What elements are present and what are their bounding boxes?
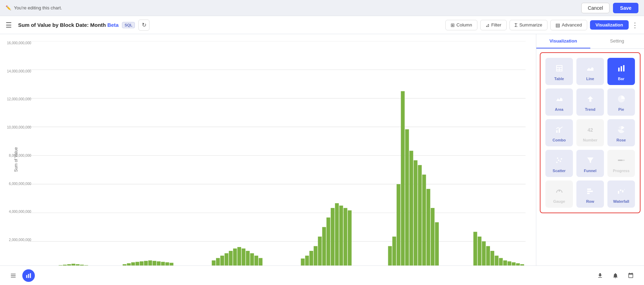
viz-item-number: 42 Number — [576, 119, 604, 146]
bar-icon — [615, 62, 628, 75]
svg-rect-66 — [427, 189, 430, 270]
advanced-button[interactable]: ▤ Advanced — [550, 20, 587, 30]
gauge-icon — [553, 185, 566, 197]
viz-item-scatter[interactable]: Scatter — [545, 150, 573, 177]
svg-rect-62 — [409, 151, 413, 270]
pie-label: Pie — [618, 107, 624, 111]
svg-rect-101 — [11, 274, 16, 274]
viz-item-combo[interactable]: Combo — [545, 119, 573, 146]
svg-rect-103 — [11, 277, 16, 277]
row-label: Row — [586, 199, 594, 203]
notification-button[interactable] — [609, 269, 622, 282]
more-options-button[interactable]: ⋮ — [631, 21, 638, 29]
bottom-right-actions — [594, 269, 637, 282]
viz-item-line[interactable]: Line — [576, 58, 604, 85]
tab-setting[interactable]: Setting — [590, 34, 644, 48]
column-button[interactable]: ⊞ Column — [445, 20, 477, 30]
viz-item-trend[interactable]: Trend — [576, 88, 604, 116]
gauge-label: Gauge — [553, 199, 565, 203]
funnel-icon — [584, 154, 597, 167]
y-tick: 8,000,000,000 — [7, 154, 34, 157]
bar-chart-svg — [28, 41, 526, 270]
svg-rect-102 — [11, 275, 16, 276]
cancel-button[interactable]: Cancel — [581, 3, 610, 13]
y-tick: 4,000,000,000 — [7, 210, 34, 214]
advanced-label: Advanced — [562, 22, 582, 28]
svg-rect-84 — [556, 130, 558, 133]
summarize-label: Summarize — [519, 22, 542, 28]
svg-rect-82 — [621, 66, 622, 71]
svg-rect-69 — [473, 232, 477, 270]
main-content: Sum of Value 16,000,000,000 14,000,000,0… — [0, 34, 644, 285]
table-label: Table — [554, 77, 564, 81]
chart-area: Sum of Value 16,000,000,000 14,000,000,0… — [0, 34, 536, 285]
column-label: Column — [457, 22, 472, 28]
tab-visualization[interactable]: Visualization — [536, 34, 590, 48]
advanced-icon: ▤ — [555, 22, 560, 28]
editing-notice: ✏️ You're editing this chart. — [6, 5, 62, 10]
save-button[interactable]: Save — [613, 3, 638, 13]
svg-rect-105 — [28, 274, 29, 278]
svg-rect-94 — [587, 188, 591, 190]
viz-item-bar[interactable]: Bar — [607, 58, 635, 85]
svg-rect-81 — [618, 68, 620, 71]
toolbar-left: ☰ Sum of Value by Block Date: Month Beta… — [6, 20, 150, 31]
svg-rect-58 — [392, 237, 396, 270]
viz-item-table[interactable]: Table — [545, 58, 573, 85]
y-tick: 12,000,000,000 — [7, 97, 34, 101]
sql-badge: SQL — [122, 22, 135, 28]
waterfall-label: Waterfall — [613, 199, 629, 203]
trend-icon — [584, 93, 597, 105]
download-button[interactable] — [594, 269, 606, 282]
chart-title: Sum of Value by Block Date: Month Beta — [18, 22, 118, 28]
chart-view-button[interactable] — [22, 269, 35, 282]
viz-item-funnel[interactable]: Funnel — [576, 150, 604, 177]
svg-point-89 — [560, 161, 561, 162]
progress-label: Progress — [613, 169, 630, 173]
scatter-icon — [553, 154, 566, 167]
pie-icon — [615, 93, 628, 105]
waterfall-icon — [615, 185, 628, 197]
viz-item-row[interactable]: Row — [576, 180, 604, 208]
viz-item-progress: Progress — [607, 150, 635, 177]
y-tick: 2,000,000,000 — [7, 238, 34, 242]
area-icon — [553, 93, 566, 105]
svg-point-91 — [557, 157, 558, 159]
svg-rect-50 — [322, 227, 326, 270]
svg-rect-64 — [418, 165, 422, 270]
list-view-button[interactable] — [7, 269, 20, 282]
edit-icon: ✏️ — [6, 5, 11, 10]
svg-rect-83 — [623, 65, 624, 71]
svg-rect-96 — [587, 193, 590, 194]
progress-icon — [615, 154, 628, 167]
viz-item-rose[interactable]: Rose — [607, 119, 635, 146]
menu-button[interactable]: ☰ — [6, 21, 12, 29]
svg-text:42: 42 — [588, 127, 593, 133]
y-tick: 6,000,000,000 — [7, 182, 34, 186]
summarize-icon: Σ — [515, 22, 518, 28]
viz-item-area[interactable]: Area — [545, 88, 573, 116]
visualization-button[interactable]: Visualization — [590, 20, 629, 30]
svg-point-88 — [558, 160, 559, 161]
top-bar-actions: Cancel Save — [581, 3, 638, 13]
rose-label: Rose — [616, 138, 626, 142]
svg-rect-49 — [318, 237, 322, 270]
viz-item-pie[interactable]: Pie — [607, 88, 635, 116]
column-icon: ⊞ — [451, 22, 455, 28]
editing-text: You're editing this chart. — [14, 5, 62, 10]
summarize-button[interactable]: Σ Summarize — [509, 20, 547, 30]
bottom-bar — [0, 265, 644, 285]
filter-button[interactable]: ⊿ Filter — [480, 20, 507, 30]
svg-rect-95 — [587, 191, 593, 192]
line-icon — [584, 62, 597, 75]
svg-rect-99 — [622, 190, 623, 192]
refresh-button[interactable]: ↻ — [138, 20, 150, 31]
y-tick: 16,000,000,000 — [7, 41, 34, 45]
svg-rect-93 — [618, 160, 622, 161]
svg-rect-59 — [397, 184, 400, 270]
viz-item-waterfall[interactable]: Waterfall — [607, 180, 635, 208]
row-icon — [584, 185, 597, 197]
svg-rect-52 — [331, 208, 335, 270]
svg-rect-54 — [339, 206, 343, 270]
calendar-button[interactable] — [624, 269, 637, 282]
